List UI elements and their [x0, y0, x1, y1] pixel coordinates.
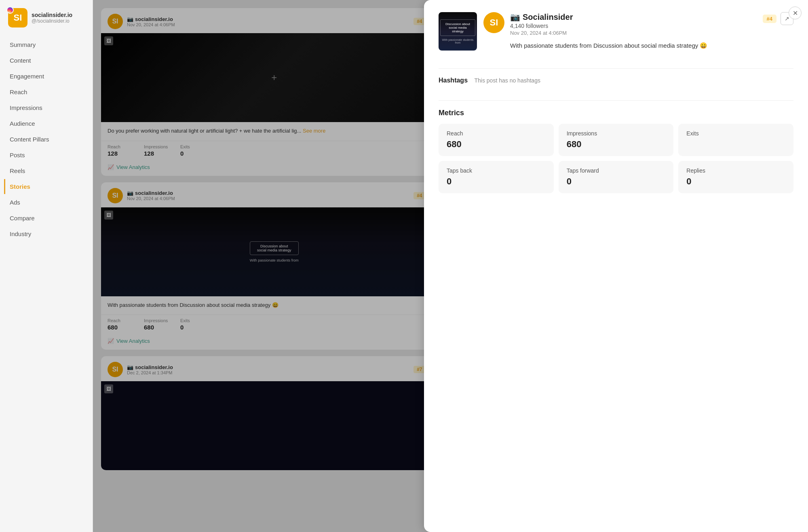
sidebar-item-stories[interactable]: Stories — [4, 179, 89, 194]
panel-user: SI 📷 Socialinsider 4,140 followers Nov 2… — [483, 12, 793, 51]
metric-card-taps-back: Taps back 0 — [439, 161, 554, 193]
metric-reach-label: Reach — [447, 130, 546, 137]
instagram-badge — [6, 6, 14, 14]
panel-thumbnail-inner: Discussion about social media strategy W… — [439, 12, 477, 51]
metric-taps-back-label: Taps back — [447, 167, 546, 174]
sidebar-item-ads[interactable]: Ads — [4, 195, 89, 210]
sidebar-item-engagement[interactable]: Engagement — [4, 69, 89, 84]
brand-logo: SI — [8, 8, 27, 27]
sidebar-item-summary[interactable]: Summary — [4, 37, 89, 52]
metric-card-reach: Reach 680 — [439, 124, 554, 156]
metrics-grid: Reach 680 Impressions 680 Exits Taps bac… — [439, 124, 793, 193]
sidebar-item-content-pillars[interactable]: Content Pillars — [4, 132, 89, 147]
metric-impressions-value: 680 — [567, 139, 666, 150]
main-content: SI 📷 socialinsider.io Nov 20, 2024 at 4:… — [93, 0, 808, 532]
panel-ig-icon: 📷 — [510, 12, 520, 22]
panel-time: Nov 20, 2024 at 4:06PM — [510, 30, 757, 36]
thumb-text-2: social media strategy — [443, 26, 473, 33]
hashtags-text: This post has no hashtags — [474, 77, 540, 84]
hashtags-section: Hashtags This post has no hashtags — [439, 77, 793, 84]
brand-name: socialinsider.io — [32, 12, 72, 18]
metric-impressions-label: Impressions — [567, 130, 666, 137]
divider-1 — [439, 68, 793, 69]
thumb-text-1: Discussion about — [443, 22, 473, 26]
hashtags-title: Hashtags — [439, 77, 468, 84]
metric-replies-value: 0 — [686, 176, 785, 187]
metric-card-exits: Exits — [678, 124, 793, 156]
detail-panel: ✕ Discussion about social media strategy… — [424, 0, 808, 532]
sidebar: SI socialinsider.io @/socialinsider.io S… — [0, 0, 93, 532]
panel-user-info: 📷 Socialinsider 4,140 followers Nov 20, … — [510, 12, 757, 51]
panel-header: Discussion about social media strategy W… — [439, 12, 793, 51]
metrics-section: Metrics Reach 680 Impressions 680 Exits — [439, 109, 793, 193]
close-button[interactable]: ✕ — [789, 6, 802, 19]
sidebar-nav: Summary Content Engagement Reach Impress… — [0, 37, 93, 241]
metrics-title: Metrics — [439, 109, 793, 117]
panel-username: 📷 Socialinsider — [510, 12, 757, 22]
brand-handle: @/socialinsider.io — [32, 18, 72, 24]
sidebar-item-content[interactable]: Content — [4, 53, 89, 68]
panel-description: With passionate students from Discussion… — [510, 41, 757, 51]
panel-badge: #4 — [763, 15, 776, 23]
sidebar-item-industry[interactable]: Industry — [4, 226, 89, 241]
metric-taps-forward-label: Taps forward — [567, 167, 666, 174]
sidebar-item-reach[interactable]: Reach — [4, 84, 89, 99]
brand-header: SI socialinsider.io @/socialinsider.io — [0, 8, 93, 37]
panel-avatar: SI — [483, 12, 504, 33]
sidebar-item-audience[interactable]: Audience — [4, 116, 89, 131]
metric-taps-back-value: 0 — [447, 176, 546, 187]
brand-text: socialinsider.io @/socialinsider.io — [32, 12, 72, 24]
sidebar-item-compare[interactable]: Compare — [4, 211, 89, 226]
metric-replies-label: Replies — [686, 167, 785, 174]
divider-2 — [439, 100, 793, 101]
sidebar-item-reels[interactable]: Reels — [4, 163, 89, 178]
metric-exits-label: Exits — [686, 130, 785, 137]
metric-card-replies: Replies 0 — [678, 161, 793, 193]
panel-thumbnail: Discussion about social media strategy W… — [439, 12, 477, 51]
sidebar-item-posts[interactable]: Posts — [4, 148, 89, 163]
metric-card-impressions: Impressions 680 — [559, 124, 674, 156]
overlay-backdrop: ✕ Discussion about social media strategy… — [93, 0, 808, 532]
sidebar-item-impressions[interactable]: Impressions — [4, 100, 89, 115]
metric-reach-value: 680 — [447, 139, 546, 150]
metric-card-taps-forward: Taps forward 0 — [559, 161, 674, 193]
panel-followers: 4,140 followers — [510, 23, 757, 29]
metric-taps-forward-value: 0 — [567, 176, 666, 187]
